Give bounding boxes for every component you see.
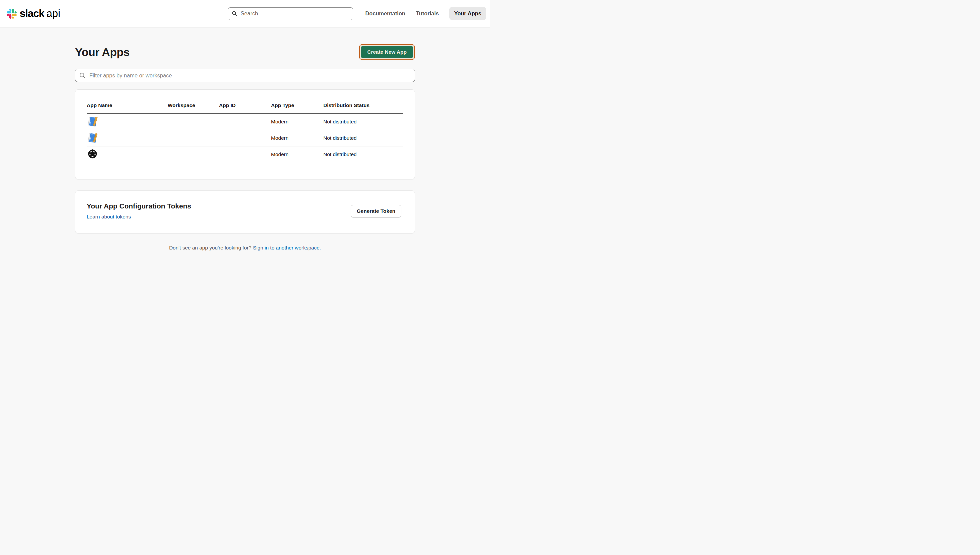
- workspace-cell: [168, 114, 219, 130]
- apps-table: App Name Workspace App ID App Type Distr…: [87, 103, 403, 162]
- learn-about-tokens-link[interactable]: Learn about tokens: [87, 214, 131, 220]
- slack-api-logo[interactable]: slack api: [7, 8, 60, 20]
- slack-logo-icon: [7, 9, 17, 19]
- table-row[interactable]: Modern Not distributed: [87, 114, 403, 130]
- column-header-app-id: App ID: [219, 103, 271, 114]
- apps-table-card: App Name Workspace App ID App Type Distr…: [75, 89, 415, 180]
- tokens-text-block: Your App Configuration Tokens Learn abou…: [87, 202, 191, 220]
- table-row[interactable]: Modern Not distributed: [87, 146, 403, 162]
- column-header-distribution-status: Distribution Status: [323, 103, 403, 114]
- footer-prompt-suffix: .: [320, 245, 321, 250]
- create-new-app-button[interactable]: Create New App: [361, 46, 413, 58]
- tokens-title: Your App Configuration Tokens: [87, 202, 191, 210]
- column-header-workspace: Workspace: [168, 103, 219, 114]
- app-type-cell: Modern: [271, 114, 323, 130]
- filter-apps-input[interactable]: [89, 72, 411, 79]
- star-badge-app-icon: [87, 148, 98, 160]
- sign-in-another-workspace-link[interactable]: Sign in to another workspace: [253, 245, 320, 250]
- header-search-box[interactable]: [228, 7, 353, 20]
- column-header-app-name: App Name: [87, 103, 168, 114]
- main-nav: Documentation Tutorials Your Apps: [365, 7, 486, 20]
- column-header-app-type: App Type: [271, 103, 323, 114]
- nav-your-apps[interactable]: Your Apps: [449, 7, 486, 20]
- page-title: Your Apps: [75, 46, 129, 59]
- table-row[interactable]: Modern Not distributed: [87, 130, 403, 146]
- search-icon: [232, 11, 237, 16]
- app-id-cell: [219, 130, 271, 146]
- app-type-cell: Modern: [271, 130, 323, 146]
- blue-book-app-icon: [87, 132, 98, 144]
- app-configuration-tokens-card: Your App Configuration Tokens Learn abou…: [75, 191, 415, 233]
- footer-prompt-text: Don't see an app you're looking for?: [169, 245, 253, 250]
- workspace-cell: [168, 130, 219, 146]
- create-new-app-focus-ring: Create New App: [359, 44, 415, 60]
- title-row: Your Apps Create New App: [75, 44, 415, 60]
- site-header: slack api Documentation Tutorials Your A…: [0, 0, 490, 27]
- table-header-row: App Name Workspace App ID App Type Distr…: [87, 103, 403, 114]
- app-type-cell: Modern: [271, 146, 323, 162]
- logo-text-api: api: [47, 8, 60, 20]
- logo-text-slack: slack: [20, 8, 44, 20]
- distribution-status-cell: Not distributed: [323, 114, 403, 130]
- nav-tutorials[interactable]: Tutorials: [416, 10, 439, 17]
- filter-search-icon: [79, 72, 86, 79]
- main-content: Your Apps Create New App App Name Worksp…: [75, 44, 415, 271]
- app-id-cell: [219, 114, 271, 130]
- distribution-status-cell: Not distributed: [323, 146, 403, 162]
- blue-book-app-icon: [87, 116, 98, 127]
- workspace-cell: [168, 146, 219, 162]
- filter-apps-box[interactable]: [75, 69, 415, 82]
- footer-prompt: Don't see an app you're looking for? Sig…: [75, 245, 415, 271]
- distribution-status-cell: Not distributed: [323, 130, 403, 146]
- app-id-cell: [219, 146, 271, 162]
- nav-documentation[interactable]: Documentation: [365, 10, 405, 17]
- header-search-input[interactable]: [240, 10, 349, 17]
- generate-token-button[interactable]: Generate Token: [351, 205, 401, 217]
